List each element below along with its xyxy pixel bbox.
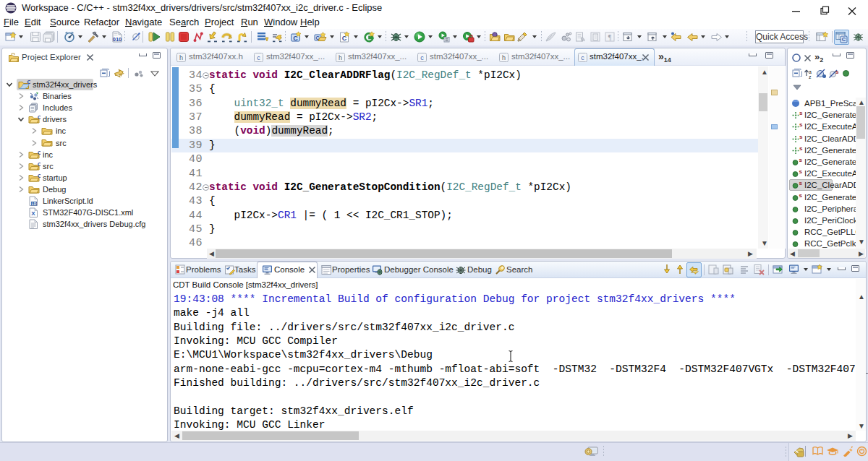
svg-text:s: s bbox=[799, 111, 803, 116]
svg-text:C: C bbox=[38, 162, 41, 167]
svg-text:s: s bbox=[799, 146, 803, 152]
svg-text:C: C bbox=[842, 36, 846, 43]
svg-text:C: C bbox=[38, 173, 41, 178]
svg-text:s: s bbox=[799, 169, 803, 175]
svg-text:h: h bbox=[179, 54, 183, 61]
svg-text:c: c bbox=[420, 54, 424, 61]
svg-text:¶: ¶ bbox=[608, 33, 612, 41]
svg-text:X: X bbox=[31, 210, 35, 217]
svg-text:z: z bbox=[809, 74, 812, 79]
svg-text:s: s bbox=[799, 134, 803, 140]
svg-text:C: C bbox=[27, 79, 31, 85]
svg-text:LD: LD bbox=[32, 202, 37, 206]
svg-text:010: 010 bbox=[113, 36, 122, 43]
svg-text:c: c bbox=[581, 54, 584, 61]
svg-text:c: c bbox=[257, 54, 260, 61]
svg-text:s: s bbox=[799, 181, 803, 186]
svg-text:h: h bbox=[339, 54, 342, 61]
svg-text:s: s bbox=[835, 69, 839, 75]
svg-text:C: C bbox=[38, 115, 41, 120]
svg-text:s: s bbox=[799, 193, 803, 199]
svg-text:s: s bbox=[799, 122, 803, 128]
svg-text:C: C bbox=[38, 150, 41, 155]
svg-text:h: h bbox=[502, 54, 506, 61]
svg-text:s: s bbox=[799, 158, 803, 163]
